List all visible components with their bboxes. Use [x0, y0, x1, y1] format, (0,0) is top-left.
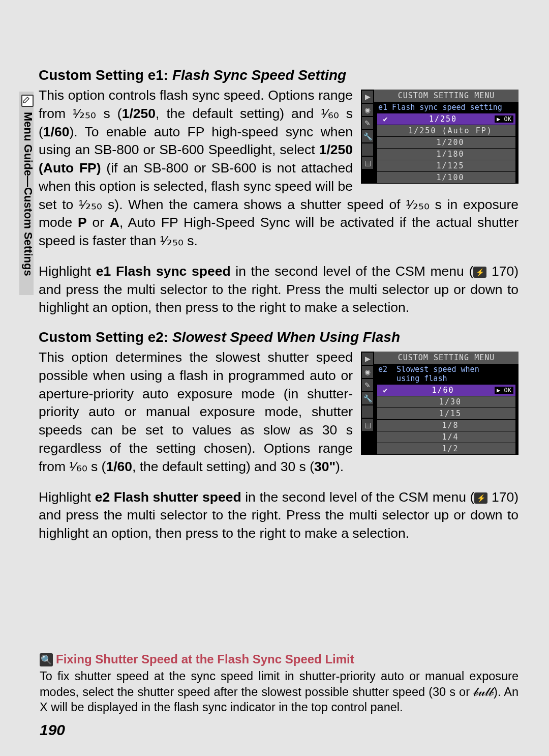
- note-heading-text: Fixing Shutter Speed at the Flash Sync S…: [56, 652, 354, 666]
- t: P: [78, 215, 87, 230]
- menu-title: CUSTOM SETTING MENU: [374, 90, 518, 102]
- card-icon: ▤: [362, 157, 373, 169]
- e2-heading-prefix: Custom Setting e2:: [39, 329, 172, 345]
- e2-heading-italic: Slowest Speed When Using Flash: [172, 329, 400, 345]
- play-icon: ▶: [362, 353, 373, 365]
- menu-row: 1/4: [377, 431, 515, 443]
- t: e1 Flash sync speed: [96, 264, 231, 279]
- t: 1/60: [43, 124, 70, 139]
- camera-icon: ◉: [362, 366, 373, 378]
- t: Highlight: [39, 489, 95, 505]
- e2-heading: Custom Setting e2: Slowest Speed When Us…: [39, 329, 518, 345]
- pencil-icon: [21, 95, 34, 107]
- note-block: 🔍Fixing Shutter Speed at the Flash Sync …: [40, 652, 518, 715]
- menu-row: 1/2: [377, 443, 515, 454]
- magnify-icon: 🔍: [40, 653, 53, 666]
- t: 1/60: [106, 459, 132, 474]
- blank-icon: [362, 405, 373, 418]
- manual-page: Menu Guide—Custom Settings Custom Settin…: [0, 0, 549, 756]
- menu-left-icons: ▶ ◉ ✎ 🔧 ▤: [361, 352, 374, 455]
- menu-row: 1/30: [377, 396, 515, 408]
- card-icon: ▤: [362, 419, 373, 431]
- blank-icon: [362, 143, 373, 156]
- t: Highlight: [39, 264, 96, 279]
- content-area: Custom Setting e1: Flash Sync Speed Sett…: [39, 67, 518, 543]
- menu-row: 1/180: [377, 149, 515, 160]
- pencil-icon: ✎: [362, 117, 373, 129]
- menu-row: 1/15: [377, 408, 515, 419]
- t: in the second level of the CSM menu (: [241, 489, 475, 505]
- e1-menu-screenshot: ▶ ◉ ✎ 🔧 ▤ CUSTOM SETTING MENU e1 Flash s…: [361, 90, 518, 184]
- e1-heading-italic: Flash Sync Speed Setting: [172, 67, 346, 83]
- e2-para2: Highlight e2 Flash shutter speed in the …: [39, 488, 518, 543]
- e1-heading-prefix: Custom Setting e1:: [39, 67, 172, 83]
- flash-icon: ⚡: [473, 267, 486, 278]
- menu-row: ✔1/250▶ OK: [377, 113, 515, 125]
- t: in the second level of the CSM menu (: [231, 264, 474, 279]
- t: ).: [336, 459, 344, 474]
- t: e2 Flash shutter speed: [95, 489, 241, 505]
- side-tab: Menu Guide—Custom Settings: [19, 92, 34, 295]
- t: This option determines the slowest shutt…: [39, 350, 353, 474]
- t: , the default setting) and 30 s (: [132, 459, 314, 474]
- wrench-icon: 🔧: [362, 392, 373, 404]
- t: or: [87, 215, 110, 230]
- note-heading: 🔍Fixing Shutter Speed at the Flash Sync …: [40, 652, 518, 667]
- menu-subhead: e2 Slowest speed when using flash: [374, 364, 518, 384]
- side-tab-label: Menu Guide—Custom Settings: [21, 112, 35, 276]
- camera-icon: ◉: [362, 104, 373, 116]
- menu-subhead: e1 Flash sync speed setting: [374, 102, 518, 113]
- flash-icon: ⚡: [474, 492, 487, 504]
- t: A: [110, 215, 119, 230]
- menu-row: 1/200: [377, 137, 515, 148]
- note-text: To fix shutter speed at the sync speed l…: [40, 668, 518, 715]
- play-icon: ▶: [362, 91, 373, 103]
- t: ). To enable auto FP high-speed sync whe…: [39, 124, 353, 158]
- t: 30": [314, 459, 336, 474]
- t: 1/250: [122, 106, 156, 121]
- menu-row: ✔1/60▶ OK: [377, 385, 515, 396]
- e1-para2: Highlight e1 Flash sync speed in the sec…: [39, 263, 518, 317]
- menu-row: 1/100: [377, 172, 515, 183]
- menu-row: 1/8: [377, 420, 515, 431]
- menu-title: CUSTOM SETTING MENU: [374, 352, 518, 364]
- wrench-icon: 🔧: [362, 130, 373, 142]
- menu-row: 1/125: [377, 160, 515, 171]
- e1-heading: Custom Setting e1: Flash Sync Speed Sett…: [39, 67, 518, 83]
- e2-menu-screenshot: ▶ ◉ ✎ 🔧 ▤ CUSTOM SETTING MENU e2 Slowest…: [361, 352, 518, 455]
- page-number: 190: [40, 721, 65, 739]
- menu-left-icons: ▶ ◉ ✎ 🔧 ▤: [361, 90, 374, 184]
- menu-row: 1/250 (Auto FP): [377, 125, 515, 136]
- pencil-icon: ✎: [362, 379, 373, 391]
